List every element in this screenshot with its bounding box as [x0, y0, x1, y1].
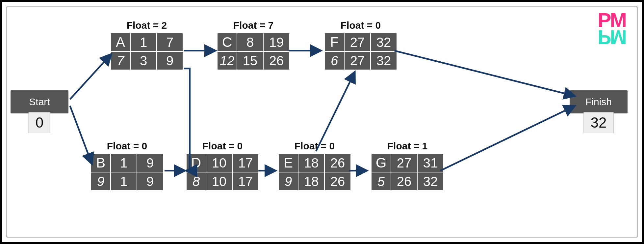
node-C: Float = 7 C 8 19 12 15 26: [217, 20, 290, 70]
node-A-lf: 9: [157, 51, 183, 70]
node-A-id: A: [111, 33, 130, 51]
node-B-dur: 9: [91, 172, 111, 191]
node-B-es: 1: [111, 154, 137, 172]
node-D-lf: 17: [232, 172, 259, 191]
node-C-es: 8: [237, 33, 263, 51]
node-F-dur: 6: [324, 51, 344, 70]
node-B-ef: 9: [137, 154, 163, 172]
node-A-float: Float = 2: [111, 20, 183, 31]
finish-node: Finish 32: [570, 90, 628, 113]
node-B: Float = 0 B 1 9 9 1 9: [91, 140, 163, 191]
node-A-es: 1: [130, 33, 157, 51]
node-D-ls: 10: [206, 172, 232, 191]
node-F-ef: 32: [371, 33, 397, 51]
node-A-ef: 7: [157, 33, 183, 51]
start-node: Start 0: [11, 90, 68, 113]
logo-m2: M: [610, 26, 626, 49]
node-B-float: Float = 0: [91, 140, 163, 152]
node-C-lf: 26: [263, 51, 290, 70]
node-E-dur: 9: [278, 172, 298, 191]
node-F-id: F: [324, 33, 344, 51]
node-C-float: Float = 7: [217, 20, 290, 31]
node-E-ls: 18: [298, 172, 324, 191]
pm-logo: PM PM: [598, 12, 626, 46]
logo-p2: P: [598, 26, 610, 49]
node-C-id: C: [217, 33, 237, 51]
node-A-dur: 7: [111, 51, 130, 70]
node-C-dur: 12: [217, 51, 237, 70]
node-B-id: B: [91, 154, 111, 172]
node-E-id: E: [278, 154, 298, 172]
node-C-ef: 19: [263, 33, 290, 51]
start-value: 0: [29, 112, 50, 133]
node-F-ls: 27: [344, 51, 371, 70]
diagram-frame: PM PM Start 0 Finish 32 Float = 2 A 1 7 …: [0, 0, 644, 244]
finish-value: 32: [584, 112, 614, 133]
node-G-ef: 31: [417, 154, 444, 172]
node-E: Float = 0 E 18 26 9 18 26: [278, 140, 351, 191]
node-B-lf: 9: [137, 172, 163, 191]
start-label: Start: [29, 96, 50, 107]
node-A-ls: 3: [130, 51, 157, 70]
diagram-inner-border: [7, 7, 637, 237]
node-G: Float = 1 G 27 31 5 26 32: [371, 140, 444, 191]
node-D-float: Float = 0: [186, 140, 259, 152]
node-G-float: Float = 1: [371, 140, 444, 152]
node-F-float: Float = 0: [324, 20, 397, 31]
node-G-dur: 5: [371, 172, 391, 191]
node-G-es: 27: [391, 154, 417, 172]
node-C-ls: 15: [237, 51, 263, 70]
node-D-id: D: [186, 154, 206, 172]
node-D-dur: 8: [186, 172, 206, 191]
finish-label: Finish: [585, 96, 612, 107]
node-B-ls: 1: [111, 172, 137, 191]
node-D-ef: 17: [232, 154, 259, 172]
node-D: Float = 0 D 10 17 8 10 17: [186, 140, 259, 191]
node-G-ls: 26: [391, 172, 417, 191]
node-F-es: 27: [344, 33, 371, 51]
node-F: Float = 0 F 27 32 6 27 32: [324, 20, 397, 70]
node-E-float: Float = 0: [278, 140, 351, 152]
node-A: Float = 2 A 1 7 7 3 9: [111, 20, 183, 70]
node-G-lf: 32: [417, 172, 444, 191]
node-E-ef: 26: [324, 154, 351, 172]
node-G-id: G: [371, 154, 391, 172]
node-F-lf: 32: [371, 51, 397, 70]
node-E-es: 18: [298, 154, 324, 172]
node-D-es: 10: [206, 154, 232, 172]
node-E-lf: 26: [324, 172, 351, 191]
